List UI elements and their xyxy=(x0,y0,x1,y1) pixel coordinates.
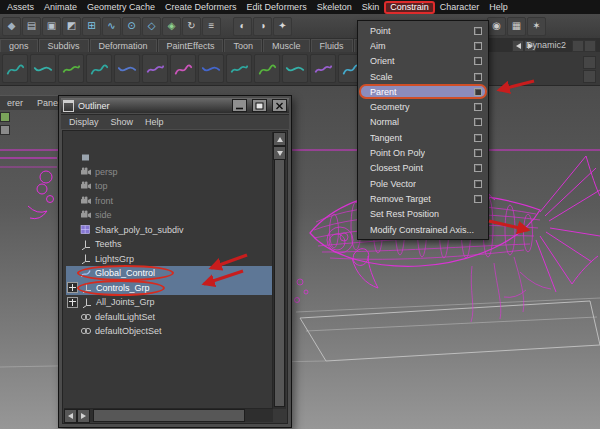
outliner-item-shark-poly-to-subdiv[interactable]: Shark_poly_to_subdiv xyxy=(66,223,273,238)
scroll-right-icon[interactable] xyxy=(77,409,90,423)
menu-item-point-on-poly[interactable]: Point On Poly xyxy=(359,145,487,160)
panel-icon-fragment[interactable] xyxy=(0,112,10,122)
scene-selection-mode-icon[interactable]: ◆ xyxy=(2,17,21,36)
vertical-scroll-thumb[interactable] xyxy=(274,159,285,407)
outliner-item-teeths[interactable]: Teeths xyxy=(66,237,273,252)
shelf-tab-gons[interactable]: gons xyxy=(0,39,38,52)
expand-icon[interactable] xyxy=(67,282,78,293)
shelf-brush-icon[interactable] xyxy=(142,54,168,83)
option-box-icon[interactable] xyxy=(474,27,482,35)
select-by-component-icon[interactable]: ◩ xyxy=(62,17,81,36)
outliner-item[interactable] xyxy=(66,150,273,165)
snap-to-curve-icon[interactable]: ∿ xyxy=(102,17,121,36)
outliner-item-persp[interactable]: persp xyxy=(66,165,273,180)
outliner-item-side[interactable]: side xyxy=(66,208,273,223)
menu-character[interactable]: Character xyxy=(435,1,485,13)
scroll-up-icon[interactable] xyxy=(273,132,286,146)
list-input-output-icon[interactable]: ≡ xyxy=(202,17,221,36)
menu-item-geometry[interactable]: Geometry xyxy=(359,99,487,114)
shelf-tab-subdivs[interactable]: Subdivs xyxy=(39,39,89,52)
menu-item-closest-point[interactable]: Closest Point xyxy=(359,161,487,176)
shelf-brush-icon[interactable] xyxy=(226,54,252,83)
outliner-menu-show[interactable]: Show xyxy=(105,117,140,127)
outliner-item-top[interactable]: top xyxy=(66,179,273,194)
shelf-brush-icon[interactable] xyxy=(2,54,28,83)
snap-to-grid-icon[interactable]: ⊞ xyxy=(82,17,101,36)
scroll-down-icon[interactable] xyxy=(273,146,286,160)
ipr-render-icon[interactable]: ◑ xyxy=(253,17,272,36)
shelf-tab-muscle[interactable]: Muscle xyxy=(263,39,310,52)
render-view-icon[interactable]: ◐ xyxy=(233,17,252,36)
option-box-icon[interactable] xyxy=(474,134,482,142)
outliner-item-front[interactable]: front xyxy=(66,194,273,209)
shelf-side-button-bottom-icon[interactable] xyxy=(583,70,596,83)
outliner-item-lightsgrp[interactable]: LightsGrp xyxy=(66,252,273,267)
shelf-brush-icon[interactable] xyxy=(86,54,112,83)
outliner-item-defaultobjectset[interactable]: defaultObjectSet xyxy=(66,324,273,339)
display-smoothness-icon[interactable]: ◉ xyxy=(487,17,506,36)
menu-edit-deformers[interactable]: Edit Deformers xyxy=(242,1,312,13)
wireframe-display-icon[interactable]: ▦ xyxy=(507,17,526,36)
snap-to-view-plane-icon[interactable]: ◇ xyxy=(142,17,161,36)
scroll-left-icon[interactable] xyxy=(64,409,77,423)
menu-constrain[interactable]: Constrain xyxy=(384,1,435,14)
shelf-tab-fluids[interactable]: Fluids xyxy=(311,39,353,52)
menu-item-orient[interactable]: Orient xyxy=(359,54,487,69)
option-box-icon[interactable] xyxy=(474,149,482,157)
shelf-brush-icon[interactable] xyxy=(282,54,308,83)
option-box-icon[interactable] xyxy=(474,73,482,81)
option-box-icon[interactable] xyxy=(474,118,482,126)
outliner-item-controls-grp[interactable]: Controls_Grp xyxy=(66,281,273,296)
minimize-button[interactable] xyxy=(232,99,247,112)
menu-help[interactable]: Help xyxy=(484,1,513,13)
horizontal-scroll-thumb[interactable] xyxy=(93,409,245,422)
option-box-icon[interactable] xyxy=(474,57,482,65)
option-box-icon[interactable] xyxy=(474,88,482,96)
option-box-icon[interactable] xyxy=(474,103,482,111)
shelf-brush-icon[interactable] xyxy=(310,54,336,83)
menu-item-modify-constrained-axis[interactable]: Modify Constrained Axis... xyxy=(359,222,487,237)
menu-item-parent[interactable]: Parent xyxy=(359,84,487,99)
shelf-tab-deformation[interactable]: Deformation xyxy=(90,39,157,52)
expand-icon[interactable] xyxy=(67,297,78,308)
menu-item-scale[interactable]: Scale xyxy=(359,69,487,84)
render-settings-icon[interactable]: ✦ xyxy=(273,17,292,36)
shelf-brush-icon[interactable] xyxy=(114,54,140,83)
shelf-side-button-top-icon[interactable] xyxy=(583,56,596,69)
menu-animate[interactable]: Animate xyxy=(39,1,82,13)
close-button[interactable] xyxy=(272,99,287,112)
outliner-menu-display[interactable]: Display xyxy=(63,117,105,127)
shelf-editor-icon[interactable] xyxy=(584,40,596,52)
snap-to-point-icon[interactable]: ⊙ xyxy=(122,17,141,36)
option-box-icon[interactable] xyxy=(474,42,482,50)
menu-item-point[interactable]: Point xyxy=(359,23,487,38)
shelf-brush-icon[interactable] xyxy=(170,54,196,83)
make-object-live-icon[interactable]: ◈ xyxy=(162,17,181,36)
shelf-tab-scroll-left-icon[interactable] xyxy=(512,40,524,52)
menu-item-remove-target[interactable]: Remove Target xyxy=(359,191,487,206)
select-by-object-icon[interactable]: ▣ xyxy=(42,17,61,36)
vertical-scrollbar[interactable] xyxy=(272,132,286,409)
option-box-icon[interactable] xyxy=(474,164,482,172)
menu-skin[interactable]: Skin xyxy=(357,1,385,13)
horizontal-scrollbar[interactable] xyxy=(64,408,273,422)
outliner-titlebar[interactable]: Outliner xyxy=(61,98,289,113)
shelf-brush-icon[interactable] xyxy=(254,54,280,83)
construction-history-icon[interactable]: ↻ xyxy=(182,17,201,36)
menu-assets[interactable]: Assets xyxy=(2,1,39,13)
outliner-item-defaultlightset[interactable]: defaultLightSet xyxy=(66,310,273,325)
option-box-icon[interactable] xyxy=(474,195,482,203)
menu-item-tangent[interactable]: Tangent xyxy=(359,130,487,145)
outliner-menu-help[interactable]: Help xyxy=(139,117,170,127)
shelf-menu-icon[interactable] xyxy=(572,40,584,52)
outliner-item-all-joints-grp[interactable]: All_Joints_Grp xyxy=(66,295,273,310)
textured-display-icon[interactable]: ✶ xyxy=(527,17,546,36)
maximize-button[interactable] xyxy=(252,99,267,112)
shelf-tab-painteffects[interactable]: PaintEffects xyxy=(158,39,224,52)
shelf-tab-toon[interactable]: Toon xyxy=(224,39,262,52)
panel-icon-fragment[interactable] xyxy=(0,125,10,135)
menu-item-set-rest-position[interactable]: Set Rest Position xyxy=(359,207,487,222)
menu-create-deformers[interactable]: Create Deformers xyxy=(160,1,242,13)
panel-menu-erer[interactable]: erer xyxy=(0,98,30,108)
menu-item-aim[interactable]: Aim xyxy=(359,38,487,53)
